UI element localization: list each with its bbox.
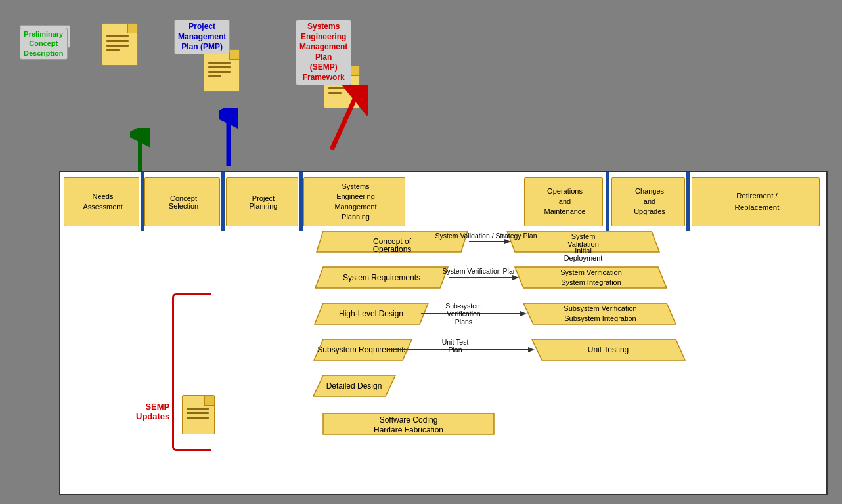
svg-text:Verification: Verification <box>447 310 481 318</box>
svg-text:System Validation / Strategy P: System Validation / Strategy Plan <box>435 232 537 240</box>
doc-pmp-icon <box>204 49 240 92</box>
svg-line-5 <box>332 92 358 150</box>
semp-updates-label: SEMPUpdates <box>136 402 169 421</box>
arrow-blue <box>219 108 238 170</box>
divider-1 <box>141 172 144 231</box>
svg-marker-37 <box>512 275 519 280</box>
phase-concept-selection: ConceptSelection <box>144 177 220 226</box>
phase-semp-label: SystemsEngineeringManagementPlanning <box>334 182 376 222</box>
svg-text:Hardare Fabrication: Hardare Fabrication <box>374 425 443 434</box>
diagram-area: NeedsAssessment ConceptSelection Project… <box>59 171 828 495</box>
svg-text:Subsystem Verification: Subsystem Verification <box>564 304 636 312</box>
arrow-red <box>322 85 368 154</box>
divider-r2 <box>686 172 690 231</box>
phase-retirement-label: Retirement /Replacement <box>735 190 780 213</box>
main-container: NeedsAssessment PreliminaryConceptDescri… <box>0 0 842 504</box>
svg-text:Plan: Plan <box>448 346 462 354</box>
svg-marker-40 <box>520 311 527 316</box>
phase-ops-label: OperationsandMaintenance <box>544 186 586 217</box>
svg-text:High-Level Design: High-Level Design <box>339 309 403 318</box>
svg-line-48 <box>387 350 528 386</box>
svg-text:Deployment: Deployment <box>564 254 603 262</box>
svg-text:System Integration: System Integration <box>561 278 621 286</box>
svg-text:Unit Test: Unit Test <box>442 338 469 346</box>
divider-2 <box>221 172 225 231</box>
svg-text:Software Coding: Software Coding <box>380 415 438 425</box>
svg-text:System Requirements: System Requirements <box>343 273 420 282</box>
phase-operations: OperationsandMaintenance <box>524 177 603 226</box>
divider-3 <box>299 172 303 231</box>
doc-pmp <box>204 49 240 92</box>
phase-needs-assessment: NeedsAssessment <box>64 177 139 226</box>
svg-text:Sub-system: Sub-system <box>445 302 482 310</box>
phase-needs-label: NeedsAssessment <box>83 192 123 212</box>
svg-text:System: System <box>571 232 596 240</box>
svg-text:Operations: Operations <box>373 245 412 254</box>
svg-text:Subsystem Integration: Subsystem Integration <box>564 314 636 322</box>
svg-text:System Verification Plan: System Verification Plan <box>442 267 516 275</box>
phase-retirement: Retirement /Replacement <box>692 177 820 226</box>
phase-project-planning: ProjectPlanning <box>226 177 298 226</box>
svg-marker-45 <box>528 347 535 352</box>
phase-semp-planning: SystemsEngineeringManagementPlanning <box>303 177 405 226</box>
semp-bracket <box>172 293 211 451</box>
top-section: NeedsAssessment PreliminaryConceptDescri… <box>0 0 842 177</box>
phase-project-label: ProjectPlanning <box>250 194 278 210</box>
phase-changes-label: ChangesandUpgrades <box>634 186 665 217</box>
divider-r1 <box>606 172 609 231</box>
doc-needs <box>102 23 138 66</box>
doc-needs-icon <box>102 23 138 66</box>
svg-text:Unit Testing: Unit Testing <box>588 345 629 354</box>
svg-text:Plans: Plans <box>455 318 472 326</box>
svg-text:Detailed Design: Detailed Design <box>326 381 382 390</box>
phase-concept-label: ConceptSelection <box>169 194 198 210</box>
svg-text:System Verification: System Verification <box>560 268 622 276</box>
phase-changes: ChangesandUpgrades <box>611 177 685 226</box>
